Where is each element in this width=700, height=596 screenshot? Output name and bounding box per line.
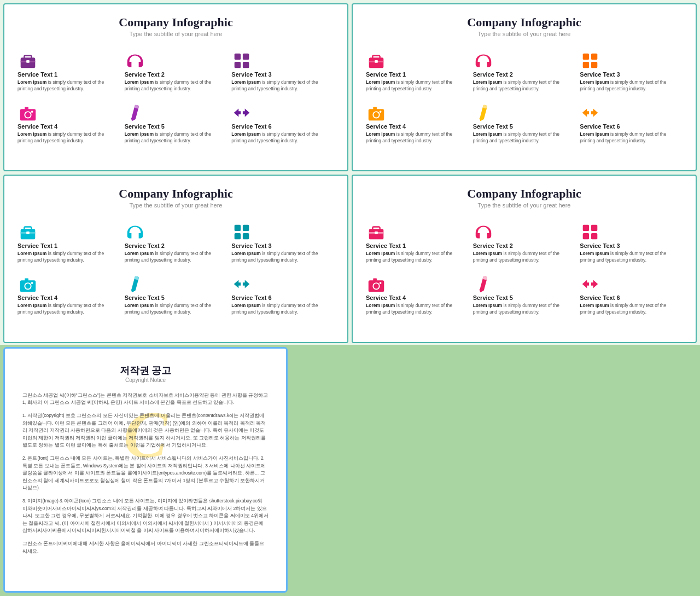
- service-item-2-1: Service Text 1 Lorem Ipsum is simply dum…: [366, 48, 469, 95]
- service-title-2-4: Service Text 4: [366, 123, 406, 130]
- service-item-1-3: Service Text 3 Lorem Ipsum is simply dum…: [231, 48, 334, 95]
- infographic-card-4: Company Infographic Type the subtitle of…: [352, 175, 697, 343]
- svg-rect-39: [26, 232, 30, 234]
- service-title-1-2: Service Text 2: [125, 71, 165, 78]
- headphone-icon-2-2: [473, 50, 494, 71]
- service-item-2-4: Service Text 4 Lorem Ipsum is simply dum…: [366, 100, 469, 147]
- card-3-services: Service Text 1 Lorem Ipsum is simply dum…: [18, 219, 334, 318]
- service-item-4-4: Service Text 4 Lorem Ipsum is simply dum…: [366, 271, 469, 318]
- service-item-4-1: Service Text 1 Lorem Ipsum is simply dum…: [366, 219, 469, 266]
- service-item-3-6: Service Text 6 Lorem Ipsum is simply dum…: [231, 271, 334, 318]
- green-space: [292, 347, 697, 593]
- service-desc-3-6: Lorem Ipsum is simply dummy text of the …: [231, 303, 334, 316]
- service-title-3-6: Service Text 6: [231, 294, 271, 301]
- arrows-icon-4-6: [580, 274, 600, 294]
- svg-rect-41: [243, 225, 249, 231]
- svg-rect-5: [243, 54, 249, 60]
- service-title-1-4: Service Text 4: [18, 123, 57, 130]
- svg-point-10: [25, 112, 31, 118]
- service-desc-3-5: Lorem Ipsum is simply dummy text of the …: [125, 303, 228, 316]
- service-item-1-1: Service Text 1 Lorem Ipsum is simply dum…: [18, 48, 120, 95]
- service-item-3-1: Service Text 1 Lorem Ipsum is simply dum…: [18, 219, 120, 266]
- svg-rect-7: [243, 62, 249, 68]
- svg-marker-35: [591, 108, 598, 117]
- service-item-3-3: Service Text 3 Lorem Ipsum is simply dum…: [231, 219, 334, 266]
- service-desc-4-6: Lorem Ipsum is simply dummy text of the …: [580, 303, 682, 316]
- svg-rect-22: [583, 54, 589, 60]
- service-title-4-3: Service Text 3: [580, 242, 620, 249]
- service-desc-4-5: Lorem Ipsum is simply dummy text of the …: [473, 303, 576, 316]
- service-desc-4-3: Lorem Ipsum is simply dummy text of the …: [580, 251, 682, 264]
- service-item-4-5: Service Text 5 Lorem Ipsum is simply dum…: [473, 271, 576, 318]
- service-title-4-6: Service Text 6: [580, 294, 620, 301]
- copyright-para-3: 2. 폰트(font) 그린소스 내에 모든 사이트는, 특별한 사이트에서 서…: [22, 455, 269, 492]
- middle-grid: Company Infographic Type the subtitle of…: [0, 173, 700, 344]
- top-grid: Company Infographic Type the subtitle of…: [0, 0, 700, 173]
- service-desc-3-2: Lorem Ipsum is simply dummy text of the …: [125, 251, 228, 264]
- grid-icon-3-3: [231, 222, 252, 242]
- service-title-2-3: Service Text 3: [580, 71, 620, 78]
- card-4-title: Company Infographic: [366, 187, 682, 201]
- service-title-1-1: Service Text 1: [18, 71, 57, 78]
- service-desc-2-1: Lorem Ipsum is simply dummy text of the …: [366, 79, 469, 92]
- service-title-1-5: Service Text 5: [125, 123, 165, 130]
- service-title-2-5: Service Text 5: [473, 123, 513, 130]
- briefcase-icon-3-1: [18, 222, 38, 242]
- service-title-1-6: Service Text 6: [231, 123, 271, 130]
- svg-rect-23: [591, 54, 597, 60]
- svg-point-46: [25, 283, 31, 289]
- svg-point-28: [374, 112, 379, 118]
- copyright-para-4: 3. 이미지(Image) & 아이콘(Icon) 그린소스 내에 모든 사이트…: [22, 497, 269, 535]
- service-item-3-4: Service Text 4 Lorem Ipsum is simply dum…: [18, 271, 120, 318]
- pencil-icon: [125, 102, 145, 123]
- grid-icon-4-3: [580, 222, 600, 242]
- headphone-icon-3-2: [125, 222, 145, 242]
- card-1-header: Company Infographic Type the subtitle of…: [18, 15, 334, 37]
- card-4-header: Company Infographic Type the subtitle of…: [366, 187, 682, 209]
- pencil-icon-4-5: [473, 274, 494, 294]
- service-desc-4-4: Lorem Ipsum is simply dummy text of the …: [366, 303, 469, 316]
- service-desc-1-1: Lorem Ipsum is simply dummy text of the …: [18, 79, 120, 92]
- pencil-icon-3-5: [125, 274, 145, 294]
- card-4-subtitle: Type the subtitle of your great here: [366, 202, 682, 209]
- card-2-subtitle: Type the subtitle of your great here: [366, 31, 682, 37]
- svg-rect-60: [583, 233, 589, 239]
- service-title-3-3: Service Text 3: [231, 242, 271, 249]
- service-item-1-4: Service Text 4 Lorem Ipsum is simply dum…: [18, 100, 120, 147]
- infographic-card-1: Company Infographic Type the subtitle of…: [3, 3, 348, 171]
- svg-marker-34: [582, 108, 589, 117]
- card-1-services: Service Text 1 Lorem Ipsum is simply dum…: [18, 48, 334, 147]
- svg-rect-42: [235, 233, 241, 239]
- copyright-para-1: 그린소스 세공업 씨(이하"그린소스")는 콘텐츠 저작권보호 소비자보호 서비…: [22, 392, 269, 407]
- service-desc-2-5: Lorem Ipsum is simply dummy text of the …: [473, 131, 576, 144]
- service-desc-2-6: Lorem Ipsum is simply dummy text of the …: [580, 131, 682, 144]
- camera-icon-3-4: [18, 274, 38, 294]
- briefcase-icon: [18, 50, 38, 71]
- svg-rect-40: [235, 225, 241, 231]
- briefcase-icon-4-1: [366, 222, 387, 242]
- grid-icon: [231, 50, 252, 71]
- copyright-title: 저작권 공고: [22, 364, 269, 377]
- svg-point-30: [380, 111, 382, 113]
- svg-marker-52: [234, 280, 241, 288]
- service-item-1-2: Service Text 2 Lorem Ipsum is simply dum…: [125, 48, 228, 95]
- service-item-1-6: Service Text 6 Lorem Ipsum is simply dum…: [231, 100, 334, 147]
- card-3-subtitle: Type the subtitle of your great here: [18, 202, 334, 209]
- card-1-subtitle: Type the subtitle of your great here: [18, 31, 334, 37]
- svg-point-12: [31, 111, 33, 113]
- svg-rect-1: [24, 56, 31, 59]
- service-title-3-4: Service Text 4: [18, 294, 57, 301]
- copyright-para-5: 그린소스 폰트에이씨이에대해 세세한 사항은 을에이씨씨에서 아이디씨이 사세한…: [22, 540, 269, 555]
- card-2-header: Company Infographic Type the subtitle of…: [366, 15, 682, 37]
- svg-marker-16: [234, 108, 241, 117]
- svg-marker-71: [591, 280, 598, 288]
- service-desc-3-4: Lorem Ipsum is simply dummy text of the …: [18, 303, 120, 316]
- service-desc-1-4: Lorem Ipsum is simply dummy text of the …: [18, 131, 120, 144]
- service-title-4-4: Service Text 4: [366, 294, 406, 301]
- card-1-title: Company Infographic: [18, 15, 334, 30]
- svg-rect-25: [591, 62, 597, 68]
- service-title-3-5: Service Text 5: [125, 294, 165, 301]
- service-desc-3-3: Lorem Ipsum is simply dummy text of the …: [231, 251, 334, 264]
- service-item-2-2: Service Text 2 Lorem Ipsum is simply dum…: [473, 48, 576, 95]
- infographic-card-2: Company Infographic Type the subtitle of…: [352, 3, 697, 171]
